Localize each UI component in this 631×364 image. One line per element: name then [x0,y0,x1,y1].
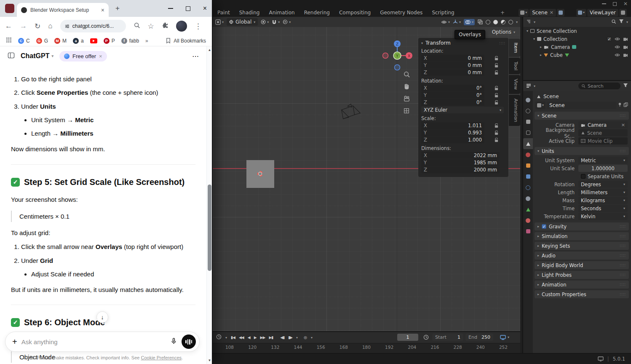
play-reverse-button[interactable]: ◀ [248,335,250,340]
tab-animation[interactable]: Animation [509,95,520,126]
scroll-up-icon[interactable]: ▲ [207,48,212,52]
apps-grid-icon[interactable] [6,37,12,44]
workspace-tab[interactable]: Geometry Nodes [375,8,427,17]
lock-icon[interactable] [495,63,498,68]
filter-icon[interactable] [619,19,624,25]
workspace-tab[interactable]: Paint [213,8,235,17]
pin-icon[interactable] [618,102,622,108]
timeline-editor-icon[interactable] [216,334,222,341]
output-properties-tab[interactable] [523,116,533,127]
jump-to-start-button[interactable]: ▮◀ [231,335,235,340]
cookie-preferences-link[interactable]: Cookie Preferences [141,355,182,360]
overlays-dropdown[interactable]: ▾ [464,19,475,25]
attach-icon[interactable]: + [12,337,17,347]
scrollbar-thumb[interactable] [208,185,211,271]
scale-field[interactable]: Z1.000 [421,136,484,143]
bookmark-item-youtube[interactable] [90,38,97,43]
properties-search-input[interactable]: Search [578,83,620,89]
scale-field[interactable]: Y0.993 [421,129,484,136]
new-scene-button[interactable] [557,9,564,16]
workspace-tab[interactable]: Shading [235,8,265,17]
bookmark-item[interactable]: ffabb [121,38,139,44]
end-frame-field[interactable]: End250 [465,334,493,341]
viewport-options-button[interactable]: Options▾ [492,29,515,35]
panel-grip-icon[interactable]: :::: [620,114,626,118]
plane-object[interactable] [246,160,274,188]
hide-eye-icon[interactable] [615,52,620,58]
tab-view[interactable]: View [509,75,520,94]
panel-grip-icon[interactable]: :::: [620,225,626,228]
frame-back-button[interactable]: ◀▮ [280,335,284,340]
bookmark-item[interactable]: aa [73,38,84,44]
expand-icon[interactable]: ▾ [527,29,528,33]
prev-keyframe-button[interactable]: ◀◀ [239,335,244,340]
collapsed-panel-header[interactable]: ▸ Animation :::: [535,281,629,289]
outliner-row-scene-collection[interactable]: ▾ Scene Collection [523,27,631,35]
editor-type-button[interactable]: ▾ [215,19,224,25]
bookmarks-overflow-icon[interactable]: » [145,38,148,44]
microphone-icon[interactable] [170,337,177,346]
panel-grip-icon[interactable]: :::: [620,234,626,238]
new-tab-button[interactable]: + [115,4,120,13]
scene-browse-button[interactable]: ▾ [519,9,529,16]
lock-icon[interactable] [495,123,498,128]
close-icon[interactable]: × [99,53,102,59]
render-properties-tab[interactable] [523,105,533,116]
viewport-3d[interactable]: ▾ Global ▾ ▾ ▾ ▾ [213,17,520,331]
clock-icon[interactable] [423,334,429,341]
expand-icon[interactable]: ▸ [540,45,542,49]
rotation-field[interactable]: X0° [421,85,484,91]
texture-properties-tab[interactable] [523,226,533,237]
model-switcher[interactable]: ChatGPT▾ [21,52,53,60]
world-properties-tab[interactable] [523,149,533,160]
navigation-gizmo[interactable]: Z X Y [380,39,414,72]
clear-icon[interactable]: × [621,122,625,128]
collapsed-panel-header[interactable]: ▸ Rigid Body World :::: [535,261,629,269]
ortho-grid-icon[interactable] [402,107,411,115]
home-icon[interactable]: ⌂ [48,22,52,30]
current-frame-field[interactable]: 1 [397,334,418,341]
sync-button[interactable]: ▾ [500,334,509,341]
shading-solid-button[interactable] [493,20,498,24]
collapsed-panel-header[interactable]: ▸ Custom Properties :::: [535,290,629,298]
dimension-field[interactable]: X2022 mm [421,152,500,159]
snap-toggle[interactable]: ▾ [272,19,280,24]
unit-dropdown[interactable]: Kelvin▾ [578,213,628,220]
browser-tab[interactable]: Blender Workspace Setup × [17,3,109,17]
physics-properties-tab[interactable] [523,182,533,193]
tool-properties-tab[interactable] [523,94,533,105]
address-bar[interactable]: chatgpt.com/c/6... [60,20,126,32]
expand-icon[interactable]: ▸ [540,53,542,57]
scene-name-field[interactable]: Scene [547,102,616,109]
gravity-checkbox[interactable]: ✓ [542,224,546,229]
modifier-properties-tab[interactable] [523,171,533,182]
conversation-menu-icon[interactable]: ⋯ [192,52,199,60]
collapsed-panel-header[interactable]: ▸ Simulation :::: [535,232,629,240]
scale-field[interactable]: X1.011 [421,122,484,129]
workspace-tab[interactable]: Rendering [299,8,334,17]
collapsed-panel-header[interactable]: ▸ Audio :::: [535,252,629,260]
browse-scene-button[interactable]: ▾ [535,102,545,109]
auto-key-button[interactable]: ◎ [304,335,307,340]
panel-grip-icon[interactable]: :::: [620,283,626,286]
viewlayer-browse-button[interactable]: ▾ [576,9,586,16]
outliner-row-cube[interactable]: ▸ Cube [523,51,631,59]
gizmos-dropdown[interactable]: ▾ [453,19,461,24]
reload-icon[interactable]: ↻ [35,22,40,31]
jump-to-end-button[interactable]: ▶▮ [269,335,273,340]
timeline-ruler[interactable]: 108120132144156168180192204216228240252 [213,343,520,353]
outliner-row-camera[interactable]: ▸ Camera [523,43,631,51]
bookmark-star-icon[interactable]: ☆ [148,22,154,31]
scene-properties-tab[interactable] [523,138,533,149]
all-bookmarks-button[interactable]: All Bookmarks [166,38,206,44]
unit-dropdown[interactable]: Kilograms▾ [578,197,628,204]
close-icon[interactable]: × [550,10,553,15]
lock-icon[interactable] [495,93,498,98]
close-icon[interactable]: ✕ [623,2,628,6]
tab-tool[interactable]: Tool [509,58,520,74]
collapsed-panel-header[interactable]: ▸ Light Probes :::: [535,271,629,279]
separate-units-checkbox[interactable]: Separate Units [578,173,628,180]
camera-field[interactable]: Camera × [578,121,628,128]
outliner-row-collection[interactable]: ▾ Collection ✓ [523,35,631,43]
chat-input[interactable] [21,338,166,345]
